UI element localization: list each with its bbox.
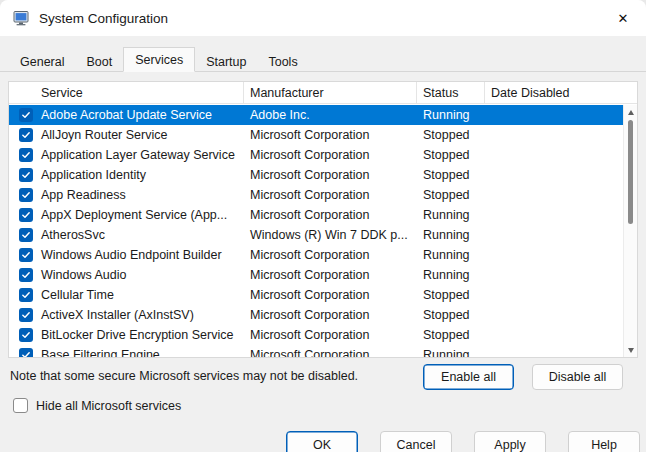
- service-checkbox[interactable]: [19, 248, 33, 262]
- hide-all-microsoft-services-checkbox[interactable]: Hide all Microsoft services: [13, 398, 181, 413]
- service-checkbox[interactable]: [19, 188, 33, 202]
- status-cell: Running: [417, 248, 485, 262]
- status-cell: Stopped: [417, 188, 485, 202]
- manufacturer-cell: Microsoft Corporation: [244, 188, 417, 202]
- close-icon[interactable]: ✕: [600, 0, 646, 36]
- ok-button[interactable]: OK: [286, 431, 358, 452]
- apply-button[interactable]: Apply: [474, 431, 546, 452]
- table-row[interactable]: ActiveX Installer (AxInstSV)Microsoft Co…: [9, 305, 623, 325]
- service-name: AtherosSvc: [41, 228, 105, 242]
- service-checkbox[interactable]: [19, 308, 33, 322]
- disable-all-button[interactable]: Disable all: [532, 364, 623, 390]
- service-checkbox[interactable]: [19, 268, 33, 282]
- cancel-button[interactable]: Cancel: [380, 431, 452, 452]
- service-checkbox[interactable]: [19, 348, 33, 357]
- checkbox-label: Hide all Microsoft services: [36, 399, 181, 413]
- help-button[interactable]: Help: [568, 431, 640, 452]
- status-cell: Running: [417, 268, 485, 282]
- tab-bar: GeneralBootServicesStartupTools: [0, 47, 646, 72]
- manufacturer-cell: Microsoft Corporation: [244, 268, 417, 282]
- tab-services[interactable]: Services: [123, 47, 195, 72]
- service-checkbox[interactable]: [19, 208, 33, 222]
- enable-all-button[interactable]: Enable all: [423, 364, 514, 390]
- manufacturer-cell: Microsoft Corporation: [244, 288, 417, 302]
- table-row[interactable]: AllJoyn Router ServiceMicrosoft Corporat…: [9, 125, 623, 145]
- scroll-up-icon[interactable]: [624, 106, 637, 118]
- service-cell: AppX Deployment Service (App...: [9, 208, 244, 222]
- manufacturer-cell: Microsoft Corporation: [244, 148, 417, 162]
- service-checkbox[interactable]: [19, 288, 33, 302]
- table-row[interactable]: App ReadinessMicrosoft CorporationStoppe…: [9, 185, 623, 205]
- table-row[interactable]: Application IdentityMicrosoft Corporatio…: [9, 165, 623, 185]
- service-name: Application Layer Gateway Service: [41, 148, 235, 162]
- titlebar: System Configuration ✕: [0, 0, 646, 36]
- status-cell: Running: [417, 108, 485, 122]
- column-header-status[interactable]: Status: [417, 82, 485, 103]
- service-checkbox[interactable]: [19, 108, 33, 122]
- status-cell: Stopped: [417, 328, 485, 342]
- manufacturer-cell: Microsoft Corporation: [244, 128, 417, 142]
- scrollbar-thumb[interactable]: [628, 120, 633, 224]
- table-header: ServiceManufacturerStatusDate Disabled: [9, 82, 637, 104]
- service-cell: AllJoyn Router Service: [9, 128, 244, 142]
- manufacturer-cell: Windows (R) Win 7 DDK p...: [244, 228, 417, 242]
- table-row[interactable]: AppX Deployment Service (App...Microsoft…: [9, 205, 623, 225]
- tab-startup[interactable]: Startup: [195, 51, 257, 72]
- service-checkbox[interactable]: [19, 128, 33, 142]
- service-name: Base Filtering Engine: [41, 348, 160, 357]
- table-row[interactable]: Base Filtering EngineMicrosoft Corporati…: [9, 345, 623, 357]
- service-checkbox[interactable]: [19, 328, 33, 342]
- manufacturer-cell: Microsoft Corporation: [244, 208, 417, 222]
- service-cell: BitLocker Drive Encryption Service: [9, 328, 244, 342]
- service-cell: AtherosSvc: [9, 228, 244, 242]
- tab-boot[interactable]: Boot: [75, 51, 123, 72]
- manufacturer-cell: Microsoft Corporation: [244, 308, 417, 322]
- service-cell: App Readiness: [9, 188, 244, 202]
- service-checkbox[interactable]: [19, 148, 33, 162]
- service-cell: Application Layer Gateway Service: [9, 148, 244, 162]
- scroll-down-icon[interactable]: [624, 344, 637, 356]
- manufacturer-cell: Microsoft Corporation: [244, 168, 417, 182]
- service-name: Application Identity: [41, 168, 146, 182]
- dialog-button-row: OK Cancel Apply Help: [0, 431, 640, 452]
- tab-general[interactable]: General: [9, 51, 75, 72]
- note-row: Note that some secure Microsoft services…: [10, 364, 623, 390]
- service-checkbox[interactable]: [19, 168, 33, 182]
- service-cell: Cellular Time: [9, 288, 244, 302]
- checkbox-box[interactable]: [13, 398, 28, 413]
- service-checkbox[interactable]: [19, 228, 33, 242]
- table-row[interactable]: Adobe Acrobat Update ServiceAdobe Inc.Ru…: [9, 105, 623, 125]
- status-cell: Running: [417, 228, 485, 242]
- tab-tools[interactable]: Tools: [257, 51, 308, 72]
- status-cell: Stopped: [417, 128, 485, 142]
- service-name: ActiveX Installer (AxInstSV): [41, 308, 194, 322]
- column-header-manufacturer[interactable]: Manufacturer: [244, 82, 417, 103]
- column-header-date[interactable]: Date Disabled: [485, 82, 637, 103]
- service-name: AllJoyn Router Service: [41, 128, 167, 142]
- status-cell: Stopped: [417, 308, 485, 322]
- vertical-scrollbar[interactable]: [623, 105, 637, 357]
- table-row[interactable]: Application Layer Gateway ServiceMicroso…: [9, 145, 623, 165]
- column-header-service[interactable]: Service: [9, 82, 244, 103]
- service-name: Windows Audio Endpoint Builder: [41, 248, 222, 262]
- service-name: Cellular Time: [41, 288, 114, 302]
- table-row[interactable]: AtherosSvcWindows (R) Win 7 DDK p...Runn…: [9, 225, 623, 245]
- status-cell: Stopped: [417, 288, 485, 302]
- service-cell: Adobe Acrobat Update Service: [9, 108, 244, 122]
- table-row[interactable]: Windows AudioMicrosoft CorporationRunnin…: [9, 265, 623, 285]
- status-cell: Running: [417, 348, 485, 357]
- service-cell: Application Identity: [9, 168, 244, 182]
- service-name: Windows Audio: [41, 268, 126, 282]
- service-name: App Readiness: [41, 188, 126, 202]
- table-body: Adobe Acrobat Update ServiceAdobe Inc.Ru…: [9, 105, 623, 357]
- system-configuration-dialog: System Configuration ✕ GeneralBootServic…: [0, 0, 646, 452]
- table-row[interactable]: BitLocker Drive Encryption ServiceMicros…: [9, 325, 623, 345]
- service-name: BitLocker Drive Encryption Service: [41, 328, 233, 342]
- app-icon: [13, 10, 29, 26]
- service-cell: Base Filtering Engine: [9, 348, 244, 357]
- table-row[interactable]: Windows Audio Endpoint BuilderMicrosoft …: [9, 245, 623, 265]
- table-row[interactable]: Cellular TimeMicrosoft CorporationStoppe…: [9, 285, 623, 305]
- manufacturer-cell: Microsoft Corporation: [244, 248, 417, 262]
- services-table: ServiceManufacturerStatusDate Disabled A…: [8, 81, 638, 358]
- service-name: Adobe Acrobat Update Service: [41, 108, 212, 122]
